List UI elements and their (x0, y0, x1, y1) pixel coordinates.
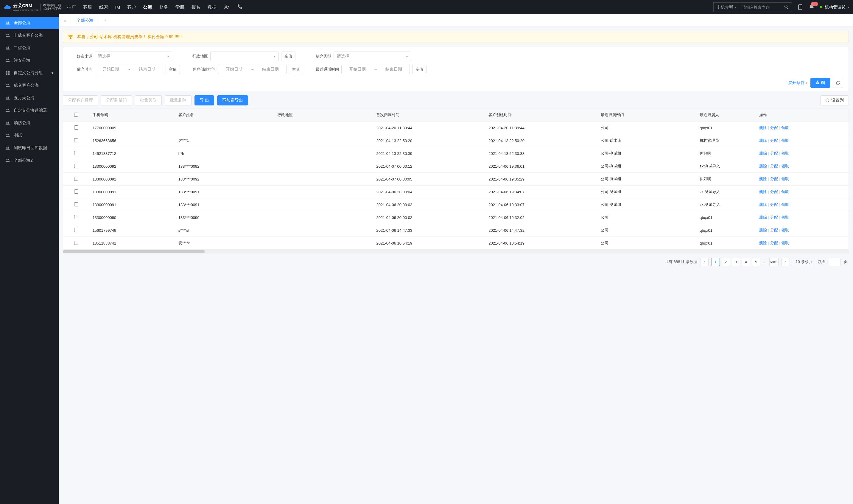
select-all-checkbox[interactable] (74, 113, 78, 117)
row-claim-link[interactable]: 领取 (781, 228, 789, 232)
page-number-button[interactable]: 3 (732, 258, 740, 266)
query-button[interactable]: 查 询 (811, 78, 830, 88)
row-delete-link[interactable]: 删除 (759, 202, 767, 207)
topmenu-item[interactable]: 推广 (67, 4, 76, 10)
assign-manager-button[interactable]: 分配客户经理 (63, 95, 98, 105)
row-delete-link[interactable]: 删除 (759, 190, 767, 194)
topmenu-item[interactable]: 数据 (207, 4, 217, 10)
row-delete-link[interactable]: 删除 (759, 138, 767, 143)
sidebar-item[interactable]: 测试 (0, 129, 59, 142)
page-last-button[interactable]: 6882 (769, 258, 779, 266)
tab-active[interactable]: 全部公海 (71, 14, 99, 26)
row-assign-link[interactable]: 分配 (770, 190, 778, 194)
sidebar-item[interactable]: 自定义公海过滤器 (0, 104, 59, 117)
topmenu-item[interactable]: 财务 (159, 4, 168, 10)
filter-last-call-null[interactable]: 空值 (412, 65, 426, 74)
row-assign-link[interactable]: 分配 (770, 241, 778, 245)
add-user-icon[interactable] (224, 4, 230, 10)
topmenu-item[interactable]: 线索 (99, 4, 108, 10)
topmenu-item[interactable]: 报名 (192, 4, 200, 10)
row-claim-link[interactable]: 领取 (781, 202, 789, 207)
row-checkbox[interactable] (74, 164, 78, 168)
filter-abandon-type-select[interactable]: 请选择▾ (333, 52, 411, 61)
tabs-collapse-button[interactable]: ≡ (59, 14, 71, 26)
horizontal-scrollbar[interactable] (63, 250, 849, 253)
row-claim-link[interactable]: 领取 (781, 151, 789, 156)
assign-dept-button[interactable]: 分配到部门 (101, 95, 132, 105)
sidebar-item[interactable]: 消防公海 (0, 117, 59, 129)
bulk-delete-button[interactable]: 批量删除 (165, 95, 192, 105)
page-number-button[interactable]: 4 (742, 258, 750, 266)
page-number-button[interactable]: 1 (711, 258, 720, 266)
columns-settings-button[interactable]: 设置列 (820, 95, 849, 105)
row-assign-link[interactable]: 分配 (770, 138, 778, 143)
page-jump-input[interactable] (829, 258, 841, 266)
row-delete-link[interactable]: 删除 (759, 215, 767, 219)
search-type-select[interactable]: 手机号码▾ (714, 3, 739, 12)
sidebar-item[interactable]: 测试昨日回库数据 (0, 142, 59, 154)
sidebar-item[interactable]: 五月天公海 (0, 92, 59, 104)
filter-source-select[interactable]: 请选择▾ (95, 52, 172, 61)
row-claim-link[interactable]: 领取 (781, 190, 789, 194)
page-number-button[interactable]: 2 (722, 258, 730, 266)
tab-add-button[interactable]: + (99, 17, 111, 23)
tablet-icon[interactable] (797, 4, 803, 10)
row-checkbox[interactable] (74, 138, 78, 142)
export-button[interactable]: 导 出 (195, 95, 214, 105)
filter-abandon-time-range[interactable]: 开始日期~结束日期 (95, 65, 163, 74)
logo[interactable]: 云朵CRM www.yunduocrm.com 教育机构一站 式服务云平台 (4, 3, 61, 12)
row-checkbox[interactable] (74, 125, 78, 130)
row-delete-link[interactable]: 删除 (759, 228, 767, 232)
export-plain-button[interactable]: 不加密导出 (217, 95, 248, 105)
row-assign-link[interactable]: 分配 (770, 164, 778, 168)
sidebar-item[interactable]: 成交客户公海 (0, 79, 59, 92)
row-assign-link[interactable]: 分配 (770, 215, 778, 219)
row-claim-link[interactable]: 领取 (781, 164, 789, 168)
scrollbar-thumb[interactable] (63, 250, 205, 253)
row-claim-link[interactable]: 领取 (781, 241, 789, 245)
search-button[interactable] (781, 4, 792, 10)
row-assign-link[interactable]: 分配 (770, 228, 778, 232)
row-checkbox[interactable] (74, 228, 78, 232)
row-checkbox[interactable] (74, 190, 78, 194)
sidebar-item[interactable]: 注安公海 (0, 54, 59, 67)
sidebar-item[interactable]: 二咨公海 (0, 42, 59, 54)
refresh-button[interactable] (833, 78, 843, 88)
user-menu[interactable]: 机构管理员 ▾ (820, 4, 849, 10)
row-claim-link[interactable]: 领取 (781, 215, 789, 219)
row-claim-link[interactable]: 领取 (781, 177, 789, 181)
row-assign-link[interactable]: 分配 (770, 177, 778, 181)
row-checkbox[interactable] (74, 177, 78, 181)
sidebar-item[interactable]: 全部公海2 (0, 154, 59, 167)
notifications-button[interactable]: 99+ (809, 4, 815, 11)
row-claim-link[interactable]: 领取 (781, 125, 789, 130)
row-delete-link[interactable]: 删除 (759, 241, 767, 245)
topmenu-item[interactable]: 公海 (143, 4, 152, 10)
phone-icon[interactable] (237, 4, 243, 10)
row-delete-link[interactable]: 删除 (759, 151, 767, 156)
page-next-button[interactable]: › (781, 258, 790, 266)
row-delete-link[interactable]: 删除 (759, 125, 767, 130)
row-assign-link[interactable]: 分配 (770, 202, 778, 207)
filter-last-call-range[interactable]: 开始日期~结束日期 (341, 65, 410, 74)
page-number-button[interactable]: 5 (752, 258, 760, 266)
row-claim-link[interactable]: 领取 (781, 138, 789, 143)
filter-create-time-range[interactable]: 开始日期~结束日期 (218, 65, 287, 74)
row-delete-link[interactable]: 删除 (759, 164, 767, 168)
row-checkbox[interactable] (74, 151, 78, 155)
page-prev-button[interactable]: ‹ (700, 258, 709, 266)
row-delete-link[interactable]: 删除 (759, 177, 767, 181)
filter-create-time-null[interactable]: 空值 (289, 65, 303, 74)
row-checkbox[interactable] (74, 202, 78, 206)
row-checkbox[interactable] (74, 215, 78, 219)
expand-filters-link[interactable]: 展开条件▾ (788, 80, 807, 86)
page-size-select[interactable]: 10 条/页▾ (793, 258, 815, 266)
sidebar-item[interactable]: 自定义公海分组▾ (0, 67, 59, 79)
search-input[interactable] (739, 5, 781, 10)
bulk-claim-button[interactable]: 批量领取 (135, 95, 162, 105)
row-assign-link[interactable]: 分配 (770, 125, 778, 130)
topmenu-item[interactable]: 客户 (127, 4, 136, 10)
sidebar-item[interactable]: 全部公海 (0, 17, 59, 29)
topmenu-item[interactable]: 学服 (176, 4, 184, 10)
sidebar-item[interactable]: 非成交客户公海 (0, 29, 59, 42)
